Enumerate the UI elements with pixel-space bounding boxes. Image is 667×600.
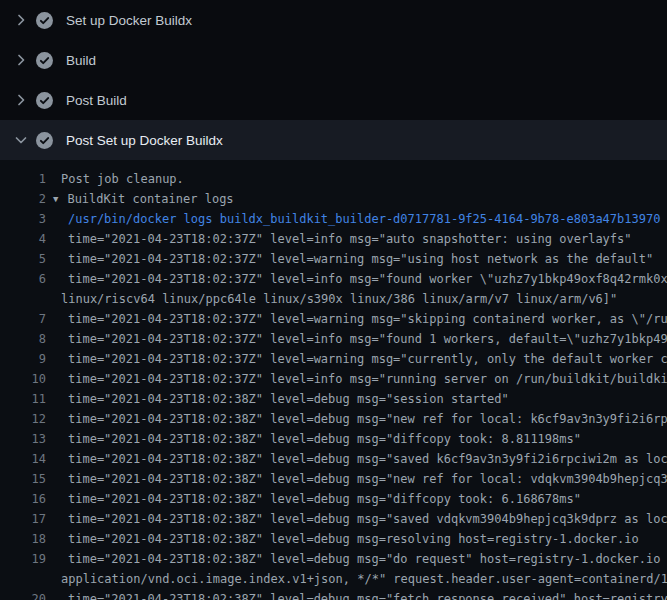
log-line: 19time="2021-04-23T18:02:38Z" level=debu… — [0, 549, 667, 569]
log-text: time="2021-04-23T18:02:38Z" level=debug … — [46, 409, 667, 429]
log-text: time="2021-04-23T18:02:38Z" level=debug … — [46, 549, 667, 569]
step-set-up-docker-buildx[interactable]: Set up Docker Buildx — [0, 0, 667, 40]
log-text: time="2021-04-23T18:02:37Z" level=info m… — [46, 229, 667, 249]
log-line: 6time="2021-04-23T18:02:37Z" level=info … — [0, 269, 667, 289]
chevron-right-icon[interactable] — [13, 92, 29, 108]
line-number[interactable]: 18 — [0, 529, 46, 549]
log-text: time="2021-04-23T18:02:37Z" level=warnin… — [46, 249, 667, 269]
log-line: 18time="2021-04-23T18:02:38Z" level=debu… — [0, 529, 667, 549]
line-number[interactable]: 9 — [0, 349, 46, 369]
log-text: time="2021-04-23T18:02:38Z" level=debug … — [46, 389, 667, 409]
log-line: 20time="2021-04-23T18:02:38Z" level=debu… — [0, 589, 667, 600]
log-text: time="2021-04-23T18:02:38Z" level=debug … — [46, 429, 667, 449]
log-command-text: /usr/bin/docker logs buildx_buildkit_bui… — [46, 209, 667, 229]
line-number[interactable]: 15 — [0, 469, 46, 489]
step-label: Build — [66, 53, 96, 68]
log-line-continuation: application/vnd.oci.image.index.v1+json,… — [0, 569, 667, 589]
line-number[interactable]: 8 — [0, 329, 46, 349]
line-number[interactable]: 14 — [0, 449, 46, 469]
log-line: 12time="2021-04-23T18:02:38Z" level=debu… — [0, 409, 667, 429]
log-text: time="2021-04-23T18:02:38Z" level=debug … — [46, 489, 667, 509]
log-text: Post job cleanup. — [46, 169, 667, 189]
log-text: time="2021-04-23T18:02:38Z" level=debug … — [46, 449, 667, 469]
line-number[interactable]: 4 — [0, 229, 46, 249]
chevron-right-icon[interactable] — [13, 12, 29, 28]
line-number[interactable]: 7 — [0, 309, 46, 329]
log-text: time="2021-04-23T18:02:37Z" level=warnin… — [46, 349, 667, 369]
log-line-continuation: linux/riscv64 linux/ppc64le linux/s390x … — [0, 289, 667, 309]
step-label: Post Set up Docker Buildx — [66, 133, 223, 148]
line-number[interactable]: 10 — [0, 369, 46, 389]
check-circle-icon — [36, 92, 53, 109]
log-text: time="2021-04-23T18:02:37Z" level=info m… — [46, 329, 667, 349]
line-number[interactable]: 16 — [0, 489, 46, 509]
line-number[interactable]: 1 — [0, 169, 46, 189]
line-number[interactable] — [0, 569, 46, 589]
line-number[interactable]: 13 — [0, 429, 46, 449]
log-line: 10time="2021-04-23T18:02:37Z" level=info… — [0, 369, 667, 389]
line-number[interactable]: 17 — [0, 509, 46, 529]
chevron-right-icon[interactable] — [13, 52, 29, 68]
log-line: 13time="2021-04-23T18:02:38Z" level=debu… — [0, 429, 667, 449]
log-line: 8time="2021-04-23T18:02:37Z" level=info … — [0, 329, 667, 349]
log-text: time="2021-04-23T18:02:38Z" level=debug … — [46, 529, 667, 549]
group-title: BuildKit container logs — [67, 192, 233, 206]
line-number[interactable]: 11 — [0, 389, 46, 409]
log-text: time="2021-04-23T18:02:38Z" level=debug … — [46, 589, 667, 600]
log-text[interactable]: ▼BuildKit container logs — [46, 189, 667, 209]
step-post-build[interactable]: Post Build — [0, 80, 667, 120]
log-text: time="2021-04-23T18:02:38Z" level=debug … — [46, 469, 667, 489]
line-number[interactable]: 2 — [0, 189, 46, 209]
log-line: 16time="2021-04-23T18:02:38Z" level=debu… — [0, 489, 667, 509]
log-line: 17time="2021-04-23T18:02:38Z" level=debu… — [0, 509, 667, 529]
check-circle-icon — [36, 52, 53, 69]
line-number[interactable]: 3 — [0, 209, 46, 229]
log-line: 7time="2021-04-23T18:02:37Z" level=warni… — [0, 309, 667, 329]
line-number[interactable]: 12 — [0, 409, 46, 429]
log-line: 11time="2021-04-23T18:02:38Z" level=debu… — [0, 389, 667, 409]
step-label: Post Build — [66, 93, 127, 108]
line-number[interactable]: 20 — [0, 589, 46, 600]
log-text: time="2021-04-23T18:02:38Z" level=debug … — [46, 509, 667, 529]
log-text: time="2021-04-23T18:02:37Z" level=warnin… — [46, 309, 667, 329]
log-text: time="2021-04-23T18:02:37Z" level=info m… — [46, 369, 667, 389]
log-lines: 1Post job cleanup.2▼BuildKit container l… — [0, 169, 667, 600]
check-circle-icon — [36, 12, 53, 29]
log-line: 2▼BuildKit container logs — [0, 189, 667, 209]
chevron-down-icon[interactable] — [13, 132, 29, 148]
line-number[interactable]: 19 — [0, 549, 46, 569]
step-post-set-up-docker-buildx[interactable]: Post Set up Docker Buildx — [0, 120, 667, 160]
line-number[interactable] — [0, 289, 46, 309]
log-panel: 1Post job cleanup.2▼BuildKit container l… — [0, 160, 667, 600]
log-line: 14time="2021-04-23T18:02:38Z" level=debu… — [0, 449, 667, 469]
check-circle-icon — [36, 132, 53, 149]
log-line: 3/usr/bin/docker logs buildx_buildkit_bu… — [0, 209, 667, 229]
log-line: 4time="2021-04-23T18:02:37Z" level=info … — [0, 229, 667, 249]
step-label: Set up Docker Buildx — [66, 13, 192, 28]
log-text: time="2021-04-23T18:02:37Z" level=info m… — [46, 269, 667, 289]
line-number[interactable]: 5 — [0, 249, 46, 269]
log-line: 1Post job cleanup. — [0, 169, 667, 189]
group-expanded-icon[interactable]: ▼ — [53, 194, 58, 204]
log-text: application/vnd.oci.image.index.v1+json,… — [46, 569, 667, 589]
step-build[interactable]: Build — [0, 40, 667, 80]
log-line: 15time="2021-04-23T18:02:38Z" level=debu… — [0, 469, 667, 489]
log-line: 5time="2021-04-23T18:02:37Z" level=warni… — [0, 249, 667, 269]
log-line: 9time="2021-04-23T18:02:37Z" level=warni… — [0, 349, 667, 369]
line-number[interactable]: 6 — [0, 269, 46, 289]
log-text: linux/riscv64 linux/ppc64le linux/s390x … — [46, 289, 667, 309]
